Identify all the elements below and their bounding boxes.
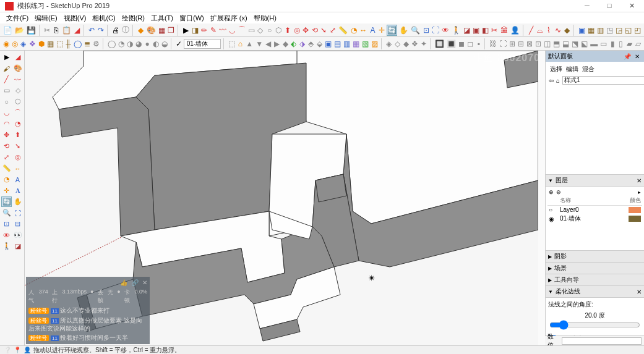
f2-icon[interactable]: 🔳 [446, 38, 457, 49]
model-info-icon[interactable]: ⓘ [121, 25, 130, 36]
v8-icon[interactable]: ⬖ [290, 38, 298, 49]
shadows-panel-header[interactable]: ▶阴影 [546, 251, 644, 263]
r3-icon[interactable]: ◑ [126, 38, 134, 49]
menu-draw[interactable]: 绘图(R) [119, 12, 147, 24]
lt-paint-icon[interactable]: 🖌 [1, 63, 12, 74]
lt-look-icon[interactable]: 👀 [12, 230, 23, 240]
menu-tools[interactable]: 工具(T) [148, 12, 176, 24]
g14-icon[interactable]: ▮ [609, 38, 616, 49]
lt-circle-icon[interactable]: ○ [1, 96, 12, 107]
menu-camera[interactable]: 相机(C) [90, 12, 118, 24]
lt-rotrect-icon[interactable]: ◇ [12, 85, 23, 96]
cut-icon[interactable]: ✂ [43, 25, 51, 36]
component-icon[interactable]: ◆ [137, 25, 145, 36]
v3-icon[interactable]: ▲ [245, 38, 254, 49]
g2-icon[interactable]: ⛶ [499, 38, 507, 49]
menu-help[interactable]: 帮助(H) [251, 12, 279, 24]
solid-6-icon[interactable]: ▦ [46, 38, 54, 49]
user-icon[interactable]: 👤 [24, 347, 31, 353]
style-name-input[interactable] [562, 76, 644, 85]
f1-icon[interactable]: 🔲 [434, 38, 445, 49]
make-comp-icon[interactable]: ◨ [191, 25, 199, 36]
ext-7-icon[interactable]: ◱ [624, 25, 632, 36]
polygon-icon[interactable]: ⬡ [275, 25, 283, 36]
lt-bucket-icon[interactable]: 🎨 [12, 63, 23, 74]
r4-icon[interactable]: ◕ [135, 38, 142, 49]
ext-6-icon[interactable]: ◲ [615, 25, 623, 36]
tray-header[interactable]: 默认面板 📌 ✕ [546, 51, 644, 62]
r6-icon[interactable]: ◐ [152, 38, 160, 49]
lt-arc3-icon[interactable]: ◠ [1, 119, 12, 129]
g9-icon[interactable]: ⬓ [562, 38, 570, 49]
back-arrow-icon[interactable]: ⇦ [549, 77, 554, 84]
visibility-toggle-icon[interactable]: ◉ [549, 216, 557, 222]
menu-extensions[interactable]: 扩展程序 (x) [208, 12, 250, 24]
save-icon[interactable]: 💾 [26, 25, 36, 36]
pencil-icon[interactable]: ✎ [209, 25, 217, 36]
lt-follow-icon[interactable]: ➘ [12, 141, 23, 151]
pushpull-icon[interactable]: ⬆ [284, 25, 292, 36]
r2-icon[interactable]: ◔ [118, 38, 125, 49]
lt-pie-icon[interactable]: ◔ [12, 119, 23, 129]
g17-icon[interactable]: ▱ [634, 38, 642, 49]
lt-poscam-icon[interactable]: 👁 [1, 230, 12, 240]
ext-8-icon[interactable]: ◰ [633, 25, 642, 36]
protractor-icon[interactable]: ◔ [350, 25, 358, 36]
lt-rotate-icon[interactable]: ⟲ [1, 141, 12, 151]
g13-icon[interactable]: ▭ [599, 38, 608, 49]
ext-arc-icon[interactable]: ⌓ [536, 25, 544, 36]
r1-icon[interactable]: ◯ [107, 38, 116, 49]
rect-icon[interactable]: ▭ [247, 25, 255, 36]
ext-3-icon[interactable]: ▦ [587, 25, 595, 36]
v2-icon[interactable]: ⌂ [237, 38, 244, 49]
tray-close-icon[interactable]: ✕ [633, 53, 642, 60]
rotate-icon[interactable]: ⟲ [311, 25, 319, 36]
warehouse-icon[interactable]: 🏛 [500, 25, 509, 36]
v10-icon[interactable]: ⬘ [307, 38, 315, 49]
g8-icon[interactable]: ⬒ [552, 38, 560, 49]
ext-5-icon[interactable]: ◳ [606, 25, 614, 36]
tape-icon[interactable]: 📏 [338, 25, 348, 36]
zoom-extents-icon[interactable]: ⛶ [431, 25, 440, 36]
v6-icon[interactable]: ▶ [273, 38, 281, 49]
lt-tape-icon[interactable]: 📏 [1, 163, 12, 174]
move-icon[interactable]: ✥ [302, 25, 310, 36]
layer-mgr-icon[interactable]: ≣ [84, 38, 91, 49]
section-cut-icon[interactable]: ✂ [491, 25, 499, 36]
circle-icon[interactable]: ○ [265, 25, 273, 36]
e3-icon[interactable]: ◆ [402, 38, 410, 49]
copy-icon[interactable]: ⎘ [53, 25, 61, 36]
followme-icon[interactable]: ➘ [320, 25, 328, 36]
lt-eraser-icon[interactable]: ◢ [12, 52, 23, 62]
v17-icon[interactable]: ▨ [371, 38, 379, 49]
layer-color-swatch[interactable] [629, 207, 641, 213]
help-icon[interactable]: ❔ [4, 347, 11, 353]
paste-icon[interactable]: 📋 [61, 25, 72, 36]
geo-icon[interactable]: 📍 [14, 347, 21, 353]
minimize-button[interactable]: ─ [580, 2, 595, 10]
add-layer-icon[interactable]: ⊕ [549, 189, 554, 195]
erase-icon[interactable]: ◢ [73, 25, 81, 36]
layer-dropdown[interactable]: 01-墙体 ▾ [184, 39, 221, 49]
v11-icon[interactable]: ⬙ [316, 38, 323, 49]
r7-icon[interactable]: ◒ [161, 38, 168, 49]
g12-icon[interactable]: ▬ [590, 38, 598, 49]
f4-icon[interactable]: ◻ [466, 38, 474, 49]
g1-icon[interactable]: ⛓ [489, 38, 497, 49]
solid-1-icon[interactable]: ◉ [2, 38, 10, 49]
v4-icon[interactable]: ▼ [255, 38, 264, 49]
lt-select-icon[interactable]: ▶ [1, 52, 12, 62]
position-camera-icon[interactable]: 👁 [441, 25, 450, 36]
panel-close-icon[interactable]: ✕ [637, 289, 642, 295]
v12-icon[interactable]: ▣ [324, 38, 332, 49]
lt-line-icon[interactable]: ╱ [1, 74, 12, 85]
open-icon[interactable]: 📂 [14, 25, 25, 36]
g16-icon[interactable]: ▰ [626, 38, 633, 49]
lt-axes-icon[interactable]: ✛ [1, 185, 12, 196]
tab-mix[interactable]: 混合 [582, 65, 595, 74]
e1-icon[interactable]: ◈ [385, 38, 393, 49]
v7-icon[interactable]: ◆ [281, 38, 289, 49]
e2-icon[interactable]: ◇ [393, 38, 401, 49]
overlay-close-icon[interactable]: ✕ [142, 279, 147, 286]
lt-zoom-icon[interactable]: 🔍 [1, 208, 12, 218]
